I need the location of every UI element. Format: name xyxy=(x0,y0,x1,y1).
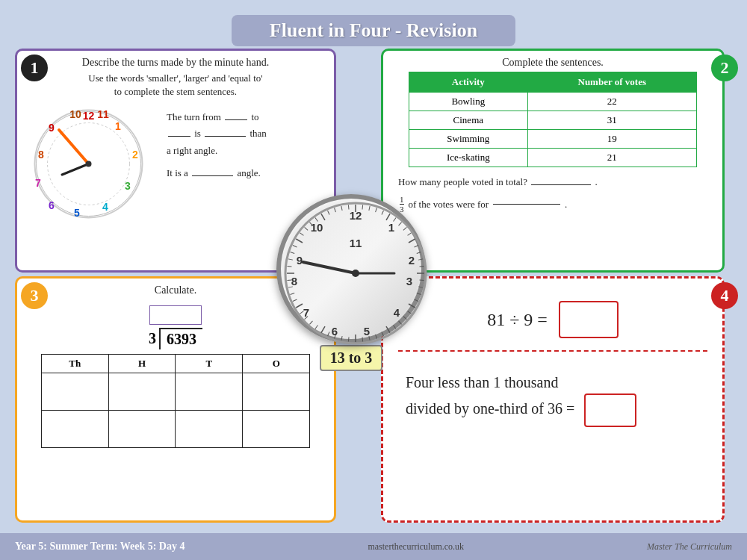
q2-votes-blank[interactable] xyxy=(493,204,560,205)
q1-blank1[interactable] xyxy=(225,119,247,120)
svg-line-33 xyxy=(420,266,424,267)
svg-line-32 xyxy=(418,259,423,260)
svg-text:5: 5 xyxy=(74,207,80,219)
q2-total-blank[interactable] xyxy=(531,184,591,185)
svg-line-45 xyxy=(382,332,383,336)
q4-p2-line2: divided by one-third of 36 = xyxy=(406,400,574,417)
big-clock-container: 12 1 2 3 4 5 6 7 8 9 10 11 13 to 3 xyxy=(276,194,426,371)
place-value-table: Th H T O xyxy=(41,354,310,448)
svg-line-29 xyxy=(409,239,415,243)
svg-text:10: 10 xyxy=(311,221,323,234)
svg-line-43 xyxy=(394,326,397,329)
question-2-number: 2 xyxy=(711,55,738,81)
footer-left: Year 5: Summer Term: Week 5: Day 4 xyxy=(15,541,185,553)
svg-line-31 xyxy=(417,252,421,254)
svg-line-77 xyxy=(341,206,342,211)
votes-table: Activity Number of votes Bowling22Cinema… xyxy=(409,72,697,167)
svg-text:7: 7 xyxy=(35,177,41,189)
svg-text:10: 10 xyxy=(69,108,81,120)
pv-h: H xyxy=(108,355,176,373)
q4-problem2: Four less than 1 thousand divided by one… xyxy=(383,356,722,435)
svg-text:11: 11 xyxy=(97,108,109,120)
q3-answer-box[interactable] xyxy=(149,305,202,325)
svg-line-38 xyxy=(415,299,418,301)
pv-cell-t2[interactable] xyxy=(176,411,243,448)
svg-text:6: 6 xyxy=(49,199,55,211)
svg-point-93 xyxy=(352,270,359,277)
pv-cell-t[interactable] xyxy=(176,373,243,411)
svg-line-75 xyxy=(328,211,329,214)
title-bar: Fluent in Four - Revision xyxy=(232,15,515,46)
table-cell: 22 xyxy=(527,93,696,111)
svg-line-27 xyxy=(403,227,406,230)
table-cell: 31 xyxy=(527,111,696,130)
q4-p2-line1: Four less than 1 thousand xyxy=(406,374,558,391)
question-1-number: 1 xyxy=(21,55,48,81)
page-title: Fluent in Four - Revision xyxy=(247,19,500,42)
table-cell: Swimming xyxy=(409,130,528,149)
svg-line-66 xyxy=(288,259,293,260)
svg-line-37 xyxy=(417,293,421,295)
footer-center: masterthecurriculum.co.uk xyxy=(368,541,464,553)
svg-line-21 xyxy=(369,206,370,211)
svg-text:8: 8 xyxy=(291,275,297,287)
svg-text:1: 1 xyxy=(115,120,121,132)
q2-q1-text: How many people voted in total? xyxy=(398,176,530,187)
svg-text:1: 1 xyxy=(388,221,394,234)
svg-text:11: 11 xyxy=(350,237,362,249)
svg-line-28 xyxy=(408,233,412,236)
svg-line-26 xyxy=(399,223,402,225)
svg-line-55 xyxy=(315,326,318,329)
footer: Year 5: Summer Term: Week 5: Day 4 maste… xyxy=(0,533,747,560)
svg-line-56 xyxy=(309,321,312,324)
q4-answer-box-1[interactable] xyxy=(559,301,619,338)
svg-text:9: 9 xyxy=(49,122,55,134)
table-cell: 19 xyxy=(527,130,696,149)
q1-blank3[interactable] xyxy=(205,136,246,137)
svg-text:12: 12 xyxy=(82,110,94,122)
svg-line-36 xyxy=(418,287,423,287)
svg-text:4: 4 xyxy=(394,306,400,319)
svg-line-20 xyxy=(362,205,363,210)
svg-text:5: 5 xyxy=(364,325,370,337)
pv-cell-o2[interactable] xyxy=(243,411,310,448)
pv-cell-h[interactable] xyxy=(108,373,176,411)
svg-line-61 xyxy=(291,293,295,295)
table-cell: 21 xyxy=(527,149,696,167)
small-clock-area: 12 1 2 3 4 5 6 7 8 9 10 11 xyxy=(17,103,159,225)
big-clock: 12 1 2 3 4 5 6 7 8 9 10 11 xyxy=(276,194,426,343)
pv-cell-h2[interactable] xyxy=(108,411,176,448)
pv-cell-th[interactable] xyxy=(41,373,108,411)
svg-line-41 xyxy=(403,317,406,320)
pv-cell-o[interactable] xyxy=(243,373,310,411)
table-cell: Bowling xyxy=(409,93,528,111)
svg-line-50 xyxy=(348,337,349,342)
question-3-number: 3 xyxy=(21,282,48,309)
q2-title: Complete the sentences. xyxy=(383,51,722,72)
svg-line-23 xyxy=(382,211,383,214)
q1-blank2[interactable] xyxy=(168,136,190,137)
q4-answer-box-2[interactable] xyxy=(584,393,636,427)
svg-line-65 xyxy=(288,266,292,267)
svg-point-17 xyxy=(85,161,91,167)
svg-line-91 xyxy=(303,262,356,273)
pv-cell-th2[interactable] xyxy=(41,411,108,448)
svg-line-39 xyxy=(409,304,415,308)
q4-problem1: 81 ÷ 9 = xyxy=(383,279,722,346)
q1-s1-prefix: The turn from xyxy=(167,111,221,122)
question-4-number: 4 xyxy=(711,282,738,309)
svg-text:12: 12 xyxy=(350,209,362,222)
svg-line-74 xyxy=(321,214,325,220)
svg-text:3: 3 xyxy=(406,275,412,287)
svg-text:2: 2 xyxy=(409,254,415,267)
svg-line-22 xyxy=(376,208,377,213)
q1-subtitle: Use the words 'smaller', 'larger' and 'e… xyxy=(17,70,334,100)
pv-th: Th xyxy=(41,355,108,373)
table-cell: Ice-skating xyxy=(409,149,528,167)
q1-blank4[interactable] xyxy=(192,175,233,176)
svg-line-48 xyxy=(362,337,363,342)
q3-dividend: 6393 xyxy=(159,328,202,349)
svg-line-70 xyxy=(300,233,304,236)
svg-line-30 xyxy=(415,246,418,247)
svg-line-46 xyxy=(376,335,377,339)
